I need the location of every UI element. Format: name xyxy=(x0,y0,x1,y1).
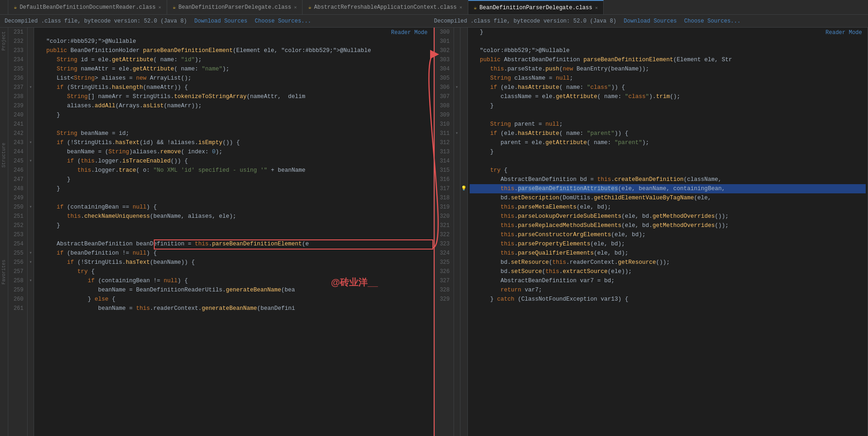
tab-2-close[interactable]: ✕ xyxy=(294,5,297,10)
download-sources-left[interactable]: Download Sources xyxy=(194,18,247,24)
app-container: ☕ DefaultBeanDefinitionDocumentReader.cl… xyxy=(0,0,868,436)
tab-4-icon: ☕ xyxy=(474,5,477,11)
tab-1[interactable]: ☕ DefaultBeanDefinitionDocumentReader.cl… xyxy=(8,0,167,14)
decompiled-info-left: Decompiled .class file, bytecode version… xyxy=(5,18,187,24)
tab-4[interactable]: ☕ BeanDefinitionParserDelegate.class ✕ xyxy=(468,0,604,14)
info-bar: Decompiled .class file, bytecode version… xyxy=(0,15,868,28)
tab-3-close[interactable]: ✕ xyxy=(460,5,462,10)
favorites-label: Favorites xyxy=(1,260,6,285)
structure-label: Structure xyxy=(1,143,6,168)
tabs-bar: ☕ DefaultBeanDefinitionDocumentReader.cl… xyxy=(0,0,868,15)
choose-sources-left[interactable]: Choose Sources... xyxy=(255,18,311,24)
right-line-numbers: 3003013023033043053063073083093103113123… xyxy=(435,28,454,436)
right-code-area: 3003013023033043053063073083093103113123… xyxy=(435,28,868,436)
tab-1-label: DefaultBeanDefinitionDocumentReader.clas… xyxy=(20,4,156,11)
left-sidebar-tabs xyxy=(0,0,8,14)
reader-mode-left[interactable]: Reader Mode xyxy=(391,29,427,36)
tab-1-close[interactable]: ✕ xyxy=(158,5,161,10)
left-code-area: Project Structure Favorites 231232233234… xyxy=(0,28,433,436)
tab-3-label: AbstractRefreshableApplicationContext.cl… xyxy=(314,4,457,11)
tab-3[interactable]: ☕ AbstractRefreshableApplicationContext.… xyxy=(303,0,468,14)
decompiled-info-right: Decompiled .class file, bytecode version… xyxy=(434,18,617,24)
left-line-numbers: 2312322332342352362372382392402412422432… xyxy=(8,28,28,436)
tab-4-close[interactable]: ✕ xyxy=(595,5,598,11)
info-left: Decompiled .class file, bytecode version… xyxy=(5,18,434,24)
tab-3-icon: ☕ xyxy=(308,4,311,10)
right-code-content[interactable]: } "color:#bbb529;">@Nullable public Abst… xyxy=(468,28,868,436)
download-sources-right[interactable]: Download Sources xyxy=(624,18,677,24)
project-label: Project xyxy=(1,31,6,51)
right-fold-gutter: ▾▾ xyxy=(454,28,460,436)
tab-1-icon: ☕ xyxy=(14,4,17,10)
tab-2[interactable]: ☕ BeanDefinitionParserDelegate.class ✕ xyxy=(167,0,303,14)
right-info-gutter: 💡 xyxy=(460,28,468,436)
info-right: Decompiled .class file, bytecode version… xyxy=(434,18,864,24)
left-code-content[interactable]: "color:#bbb529;">@Nullable public BeanDe… xyxy=(34,28,433,436)
right-editor-pane: Reader Mode 3003013023033043053063073083… xyxy=(434,28,868,436)
left-editor-pane: Reader Mode Project Structure Favorites … xyxy=(0,28,434,436)
tab-2-label: BeanDefinitionParserDelegate.class xyxy=(179,4,291,11)
left-structure-sidebar: Project Structure Favorites xyxy=(0,28,8,436)
tab-4-label: BeanDefinitionParserDelegate.class xyxy=(479,5,592,11)
tab-2-icon: ☕ xyxy=(173,4,176,10)
editors-container: Reader Mode Project Structure Favorites … xyxy=(0,28,868,436)
left-fold-gutter: ▾▾▾▾▾▾▾ xyxy=(28,28,34,436)
choose-sources-right[interactable]: Choose Sources... xyxy=(684,18,740,24)
